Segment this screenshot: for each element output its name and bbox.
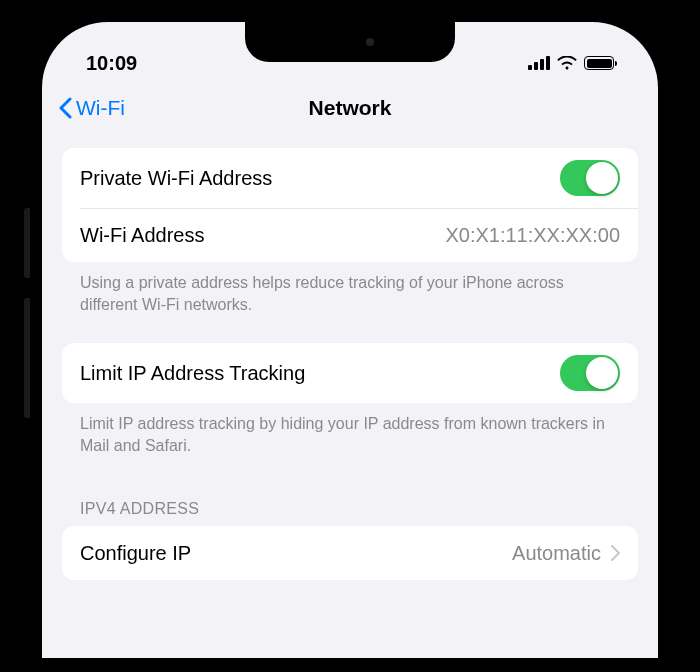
private-wifi-address-row[interactable]: Private Wi-Fi Address [62,148,638,208]
content: Private Wi-Fi Address Wi-Fi Address X0:X… [42,138,658,580]
phone-frame: 10:09 Wi-Fi Network Private Wi-Fi Addres… [28,8,672,672]
limit-ip-footer: Limit IP address tracking by hiding your… [62,403,638,474]
screen: 10:09 Wi-Fi Network Private Wi-Fi Addres… [42,22,658,658]
page-title: Network [42,96,658,120]
limit-ip-row[interactable]: Limit IP Address Tracking [62,343,638,403]
limit-ip-label: Limit IP Address Tracking [80,362,305,385]
status-time: 10:09 [86,52,137,75]
private-address-footer: Using a private address helps reduce tra… [62,262,638,333]
wifi-address-value: X0:X1:11:XX:XX:00 [445,224,620,247]
wifi-address-label: Wi-Fi Address [80,224,204,247]
private-wifi-toggle[interactable] [560,160,620,196]
ipv4-section-header: IPV4 Address [62,484,638,526]
private-wifi-label: Private Wi-Fi Address [80,167,272,190]
chevron-right-icon [611,545,620,561]
limit-ip-group: Limit IP Address Tracking Limit IP addre… [62,343,638,474]
back-label: Wi-Fi [76,96,125,120]
configure-ip-label: Configure IP [80,542,191,565]
nav-bar: Wi-Fi Network [42,82,658,138]
ipv4-group: Configure IP Automatic [62,526,638,580]
limit-ip-toggle[interactable] [560,355,620,391]
private-address-group: Private Wi-Fi Address Wi-Fi Address X0:X… [62,148,638,333]
cellular-signal-icon [528,56,550,70]
status-icons [528,56,614,70]
back-button[interactable]: Wi-Fi [58,96,125,120]
battery-icon [584,56,614,70]
chevron-left-icon [58,97,72,119]
wifi-address-row: Wi-Fi Address X0:X1:11:XX:XX:00 [80,208,638,262]
configure-ip-row[interactable]: Configure IP Automatic [62,526,638,580]
configure-ip-value: Automatic [512,542,601,565]
wifi-icon [557,56,577,70]
notch [245,22,455,62]
